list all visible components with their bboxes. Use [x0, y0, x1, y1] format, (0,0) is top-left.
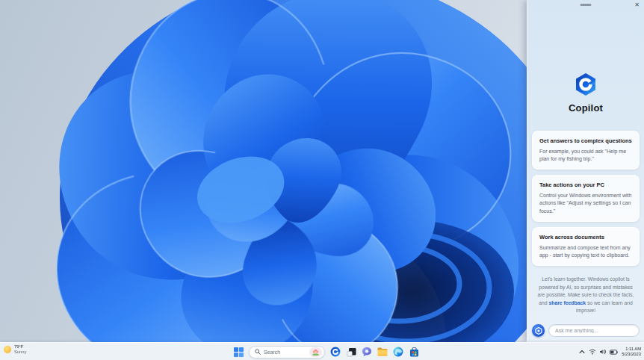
- share-feedback-link[interactable]: share feedback: [549, 300, 586, 305]
- clock[interactable]: 1:11 AM 5/23/2023: [622, 347, 641, 357]
- tray-chevron[interactable]: [579, 350, 585, 354]
- copilot-panel: ✕ Copilot Get answers to complex questi: [527, 0, 644, 342]
- chevron-up-icon: [579, 350, 585, 354]
- card-body: Control your Windows environment with ac…: [539, 192, 632, 214]
- taskbar-center: Search: [233, 343, 419, 360]
- edge-browser-icon[interactable]: [393, 347, 403, 357]
- clock-time: 1:11 AM: [622, 347, 641, 352]
- ai-disclaimer: Let's learn together. Windows copilot is…: [535, 276, 637, 315]
- screen: ✕ Copilot Get answers to complex questi: [0, 0, 644, 360]
- copilot-logo-icon: [573, 72, 598, 97]
- taskbar: 79°F Sunny Search: [0, 342, 644, 360]
- panel-drag-handle[interactable]: [580, 4, 592, 6]
- chat-icon[interactable]: [362, 347, 372, 357]
- search-label: Search: [264, 350, 306, 355]
- card-title: Take actions on your PC: [539, 181, 632, 188]
- copilot-mini-icon: [535, 327, 542, 335]
- microsoft-store-icon[interactable]: [409, 347, 419, 357]
- weather-condition: Sunny: [14, 350, 26, 355]
- panel-topbar: ✕: [527, 0, 644, 10]
- page-title: Copilot: [527, 102, 644, 114]
- card-work-documents[interactable]: Work across documents Summarize and comp…: [532, 227, 640, 266]
- search-box[interactable]: Search: [249, 346, 325, 359]
- ask-me-anything-input[interactable]: [548, 324, 640, 337]
- task-view-icon[interactable]: [346, 347, 356, 357]
- card-get-answers[interactable]: Get answers to complex questions For exa…: [532, 131, 640, 170]
- copilot-input-row: [532, 324, 640, 337]
- close-icon[interactable]: ✕: [634, 1, 640, 9]
- wifi-icon: [589, 349, 596, 355]
- battery-icon: [610, 350, 618, 355]
- windows-logo-icon: [234, 347, 244, 357]
- weather-widget[interactable]: 79°F Sunny: [4, 344, 26, 355]
- search-icon: [255, 349, 261, 355]
- system-tray: 1:11 AM 5/23/2023: [579, 343, 641, 360]
- file-explorer-icon[interactable]: [377, 347, 388, 357]
- tray-status-icons[interactable]: [589, 349, 618, 355]
- card-body: Summarize and compose text from any app …: [539, 244, 632, 259]
- card-title: Get answers to complex questions: [539, 137, 632, 144]
- copilot-compose-button[interactable]: [532, 324, 545, 337]
- sun-icon: [4, 346, 11, 353]
- card-title: Work across documents: [539, 234, 632, 240]
- start-button[interactable]: [233, 347, 244, 357]
- weather-temp: 79°F: [14, 344, 26, 350]
- card-body: For example, you could ask "Help me plan…: [539, 148, 632, 163]
- weather-text: 79°F Sunny: [14, 344, 26, 355]
- clock-date: 5/23/2023: [622, 352, 641, 357]
- volume-icon: [599, 349, 607, 355]
- suggestion-cards: Get answers to complex questions For exa…: [527, 131, 644, 266]
- card-take-actions[interactable]: Take actions on your PC Control your Win…: [532, 175, 640, 221]
- search-highlights-icon[interactable]: [309, 347, 322, 357]
- taskbar-copilot-icon[interactable]: [330, 347, 341, 357]
